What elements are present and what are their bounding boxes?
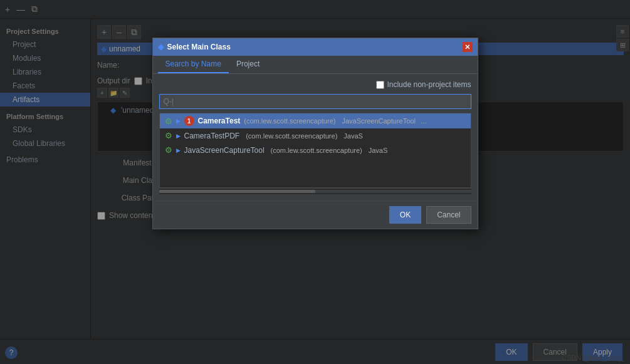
- item-class-name: CameraTest: [198, 117, 241, 125]
- scrollbar-track: [159, 190, 471, 193]
- tab-label: Search by Name: [165, 60, 221, 68]
- modal-results-list: ⚙ ▶ 1 CameraTest (com.lew.scott.screenca…: [159, 113, 471, 188]
- modal-search-input[interactable]: [159, 94, 471, 109]
- list-item[interactable]: ⚙ ▶ 1 CameraTest (com.lew.scott.screenca…: [160, 113, 471, 128]
- include-non-project-text: Include non-project items: [387, 80, 471, 89]
- modal-tabs: Search by Name Project: [153, 56, 478, 74]
- item-icon-blue: ▶: [176, 147, 181, 153]
- modal-title: ◆ Select Main Class: [158, 43, 231, 51]
- item-icon-green: ⚙: [165, 131, 172, 140]
- list-item[interactable]: ⚙ ▶ CameraTestPDF (com.lew.scott.screenc…: [160, 128, 471, 143]
- item-package: (com.lew.scott.screencapture): [246, 132, 337, 140]
- item-package: (com.lew.scott.screencapture): [271, 147, 362, 154]
- modal-title-text: Select Main Class: [167, 43, 231, 51]
- item-icon-green: ⚙: [165, 117, 172, 126]
- modal-overlay: ◆ Select Main Class ✕ Search by Name Pro…: [0, 0, 630, 364]
- item-icon-blue: ▶: [176, 118, 181, 124]
- item-package: (com.lew.scott.screencapture): [244, 117, 335, 125]
- tab-label: Project: [236, 60, 260, 68]
- list-item[interactable]: ⚙ ▶ JavaScreenCaptureTool (com.lew.scott…: [160, 143, 471, 157]
- scrollbar-thumb[interactable]: [159, 190, 315, 193]
- modal-title-icon: ◆: [158, 43, 164, 51]
- modal-body: Include non-project items ⚙ ▶ 1 CameraTe…: [153, 74, 478, 200]
- include-non-project-row: Include non-project items: [159, 80, 471, 89]
- item-class-name: CameraTestPDF: [184, 132, 240, 140]
- modal-scrollbar[interactable]: [159, 188, 471, 194]
- item-icon-green: ⚙: [165, 145, 172, 155]
- include-non-project-checkbox[interactable]: [376, 81, 384, 89]
- item-class-name: JavaScreenCaptureTool: [184, 146, 265, 155]
- tab-search-by-name[interactable]: Search by Name: [158, 56, 229, 73]
- modal-ok-button[interactable]: OK: [389, 206, 421, 224]
- modal-title-bar: ◆ Select Main Class ✕: [153, 38, 478, 56]
- item-extra: JavaS: [369, 147, 388, 154]
- modal-close-button[interactable]: ✕: [463, 42, 473, 52]
- badge-1: 1: [184, 116, 194, 126]
- include-non-project-label: Include non-project items: [376, 80, 471, 89]
- modal-cancel-button[interactable]: Cancel: [426, 206, 471, 224]
- tab-project[interactable]: Project: [229, 56, 267, 73]
- item-arrow-right: …: [421, 117, 428, 125]
- item-extra: JavaScreenCaptureTool: [342, 117, 415, 125]
- item-icon-blue: ▶: [176, 133, 181, 139]
- modal-footer: OK Cancel: [153, 200, 478, 229]
- select-main-class-modal: ◆ Select Main Class ✕ Search by Name Pro…: [152, 38, 478, 229]
- item-extra: JavaS: [344, 132, 363, 140]
